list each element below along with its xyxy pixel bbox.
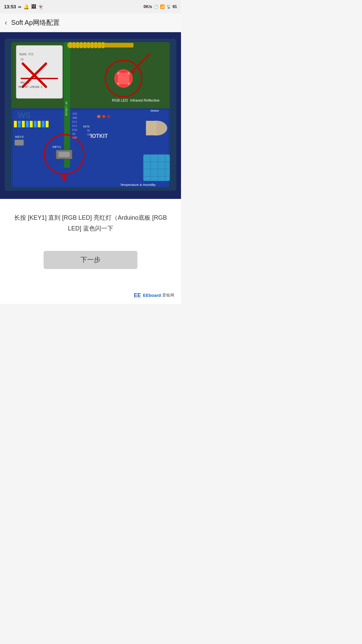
svg-rect-45 [14, 121, 17, 127]
ee-icon: EE [134, 292, 141, 299]
svg-rect-17 [76, 42, 79, 48]
svg-text:Infrared Reflective: Infrared Reflective [130, 98, 160, 102]
svg-text:GND: GND [72, 136, 77, 139]
svg-text:D10: D10 [72, 128, 77, 131]
svg-rect-15 [69, 42, 72, 48]
status-right: 0K/s 🕐 📶 📡 91 [143, 4, 177, 9]
svg-point-72 [107, 115, 110, 118]
snapchat-icon: 👻 [38, 4, 44, 9]
battery-icon: 91 [173, 4, 177, 9]
svg-rect-50 [34, 121, 37, 127]
infinite-icon: ∞ [18, 4, 21, 9]
svg-text:HF-LPB100: HF-LPB100 [65, 102, 68, 116]
svg-rect-55 [14, 140, 24, 146]
svg-text:IOTKIT: IOTKIT [90, 133, 108, 139]
svg-rect-19 [83, 42, 86, 48]
notification-icon: 🔔 [23, 4, 29, 9]
status-left: 13:53 ∞ 🔔 🖼 👻 [4, 4, 44, 9]
svg-rect-51 [38, 121, 41, 127]
svg-text:WS: WS [18, 111, 31, 120]
svg-rect-16 [73, 42, 75, 48]
svg-text:RGB LED: RGB LED [112, 98, 128, 102]
instruction-text: 长按 [KEY1] 直到 [RGB LED] 亮红灯（Arduino底板 [RG… [10, 212, 171, 234]
svg-point-70 [97, 115, 101, 118]
next-button-container: 下一步 [10, 248, 171, 279]
svg-rect-20 [87, 42, 90, 48]
data-rate: 0K/s [143, 4, 152, 9]
svg-rect-36 [143, 155, 170, 181]
svg-rect-48 [26, 121, 29, 127]
svg-text:NC: NC [87, 129, 90, 132]
svg-point-28 [116, 71, 131, 86]
svg-rect-21 [91, 42, 94, 48]
svg-rect-52 [42, 121, 45, 127]
content-area: 长按 [KEY1] 直到 [RGB LED] 亮红灯（Arduino底板 [RG… [0, 199, 181, 289]
svg-rect-23 [98, 42, 101, 48]
status-bar: 13:53 ∞ 🔔 🖼 👻 0K/s 🕐 📶 📡 91 [0, 0, 181, 13]
svg-text:MAC:AC: MAC:AC [20, 81, 30, 84]
svg-text:3V3: 3V3 [72, 112, 77, 115]
time-display: 13:53 [4, 4, 16, 9]
svg-text:KEY2: KEY2 [15, 135, 23, 139]
signal-icon: 📡 [166, 4, 171, 9]
svg-text:Temperature & Humidity: Temperature & Humidity [120, 183, 156, 186]
svg-text:GND: GND [87, 133, 92, 136]
footer-logo: EE EEboard 爱板网 [134, 292, 174, 299]
svg-text:CE: CE [20, 58, 24, 61]
board-image-container: RoHS FCC CE MAC:AC MPN:HF-LPB100-1 HF-LP… [0, 32, 181, 199]
svg-text:IG: IG [18, 122, 23, 127]
svg-point-71 [102, 115, 105, 118]
nav-bar: ‹ Soft Ap网络配置 [0, 13, 181, 32]
svg-rect-34 [146, 121, 157, 135]
wifi-icon: 📶 [160, 4, 165, 9]
svg-rect-18 [80, 42, 82, 48]
image-icon: 🖼 [31, 4, 36, 9]
svg-text:D11: D11 [72, 120, 77, 123]
svg-text:KEY1: KEY1 [53, 145, 61, 149]
svg-text:DATA: DATA [83, 125, 89, 128]
brand-cn: 爱板网 [162, 292, 174, 298]
svg-text:Motor: Motor [150, 109, 159, 112]
svg-rect-24 [102, 42, 104, 48]
clock-icon: 🕐 [154, 4, 159, 9]
svg-text:D9: D9 [72, 132, 76, 136]
footer: EE EEboard 爱板网 [0, 289, 181, 304]
svg-rect-22 [95, 42, 97, 48]
page-title: Soft Ap网络配置 [11, 18, 60, 27]
board-svg: RoHS FCC CE MAC:AC MPN:HF-LPB100-1 HF-LP… [1, 36, 180, 194]
back-button[interactable]: ‹ [5, 19, 7, 26]
next-button[interactable]: 下一步 [44, 251, 137, 269]
brand-name: EEboard [143, 293, 161, 298]
svg-text:D13: D13 [72, 124, 77, 127]
svg-rect-49 [30, 121, 33, 127]
svg-text:MPN:HF-LPB100-1: MPN:HF-LPB100-1 [18, 86, 42, 89]
svg-rect-53 [46, 121, 49, 127]
svg-text:GND: GND [72, 116, 77, 119]
svg-text:RoHS FCC: RoHS FCC [19, 53, 34, 56]
svg-rect-59 [58, 152, 69, 157]
